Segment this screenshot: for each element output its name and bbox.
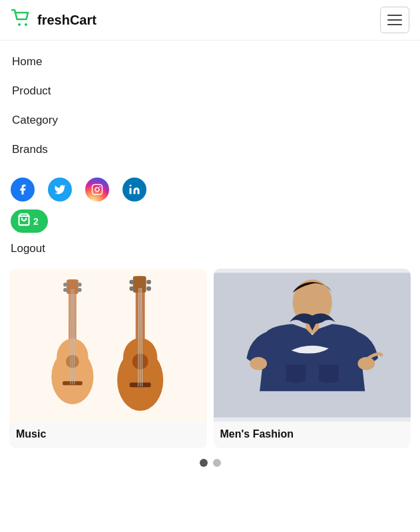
nav-item-product[interactable]: Product — [11, 76, 409, 106]
nav-item-brands[interactable]: Brands — [11, 135, 409, 164]
mens-fashion-category-card[interactable]: Men's Fashion — [214, 269, 411, 448]
hamburger-line-1 — [387, 15, 402, 16]
svg-point-9 — [63, 288, 67, 292]
cards-row: Music — [9, 269, 411, 448]
header: freshCart — [0, 0, 420, 41]
facebook-icon[interactable] — [11, 178, 35, 201]
nav-item-home[interactable]: Home — [11, 47, 409, 76]
social-icons-row — [0, 171, 420, 207]
cart-icon — [17, 213, 31, 229]
cart-count: 2 — [33, 216, 39, 227]
category-cards-section: Music — [0, 269, 420, 448]
svg-point-10 — [78, 283, 82, 287]
fashion-card-image — [214, 269, 411, 422]
svg-point-1 — [25, 23, 27, 26]
music-card-label: Music — [9, 422, 207, 448]
music-category-card[interactable]: Music — [9, 269, 207, 448]
logo-area: freshCart — [11, 7, 97, 33]
svg-point-24 — [146, 280, 151, 285]
nav-menu: Home Product Category Brands — [0, 41, 420, 171]
pagination-dot-2[interactable] — [213, 459, 221, 467]
hamburger-line-2 — [387, 19, 402, 21]
svg-point-38 — [357, 357, 375, 370]
nav-item-category[interactable]: Category — [11, 106, 409, 135]
twitter-icon[interactable] — [48, 178, 72, 201]
pagination-dots — [0, 448, 420, 473]
svg-point-8 — [63, 283, 67, 287]
linkedin-icon[interactable] — [122, 178, 146, 201]
cart-badge[interactable]: 2 — [11, 209, 48, 233]
cart-row: 2 — [0, 207, 420, 239]
svg-point-25 — [146, 287, 151, 291]
logout-link[interactable]: Logout — [0, 239, 420, 269]
svg-point-22 — [129, 280, 134, 285]
instagram-icon[interactable] — [85, 178, 109, 201]
hamburger-line-3 — [387, 24, 402, 25]
svg-point-37 — [250, 357, 267, 370]
hamburger-button[interactable] — [380, 7, 409, 33]
svg-point-4 — [130, 185, 132, 187]
pagination-dot-1[interactable] — [200, 459, 208, 467]
cart-logo-icon — [11, 7, 32, 33]
mens-fashion-card-label: Men's Fashion — [214, 422, 411, 448]
logo-text: freshCart — [37, 13, 97, 28]
svg-rect-2 — [93, 185, 103, 195]
svg-rect-21 — [133, 276, 146, 293]
svg-point-11 — [78, 288, 82, 292]
music-card-image — [9, 269, 207, 422]
svg-point-0 — [18, 23, 21, 26]
svg-point-23 — [129, 287, 134, 291]
